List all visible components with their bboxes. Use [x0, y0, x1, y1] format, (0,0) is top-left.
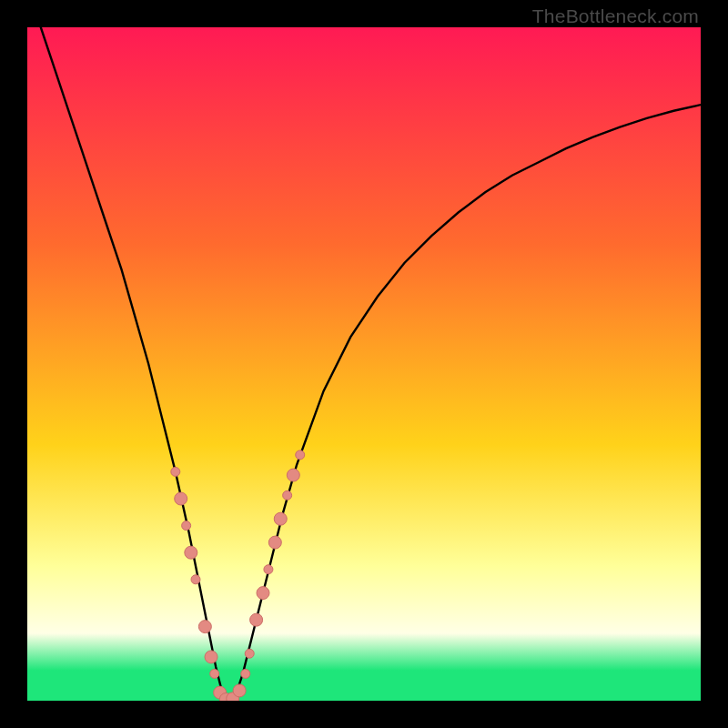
watermark-text: TheBottleneck.com: [532, 5, 699, 27]
curve-marker: [205, 651, 217, 663]
curve-marker: [287, 469, 299, 481]
curve-marker: [250, 613, 263, 626]
curve-marker: [185, 546, 197, 559]
gradient-background: [27, 27, 701, 701]
curve-marker: [283, 490, 292, 500]
curve-marker: [210, 669, 219, 678]
curve-marker: [241, 669, 250, 678]
curve-marker: [198, 621, 211, 633]
curve-marker: [257, 587, 269, 600]
chart-frame: TheBottleneck.com: [0, 0, 728, 728]
curve-marker: [268, 536, 281, 549]
chart-svg: [27, 27, 701, 701]
curve-marker: [233, 684, 246, 697]
curve-marker: [182, 521, 191, 531]
curve-marker: [191, 575, 200, 584]
curve-marker: [171, 467, 180, 476]
curve-marker: [175, 492, 187, 505]
curve-marker: [245, 649, 254, 658]
curve-marker: [274, 512, 287, 525]
curve-marker: [296, 450, 305, 460]
plot-area: [27, 27, 701, 701]
curve-marker: [264, 565, 273, 574]
